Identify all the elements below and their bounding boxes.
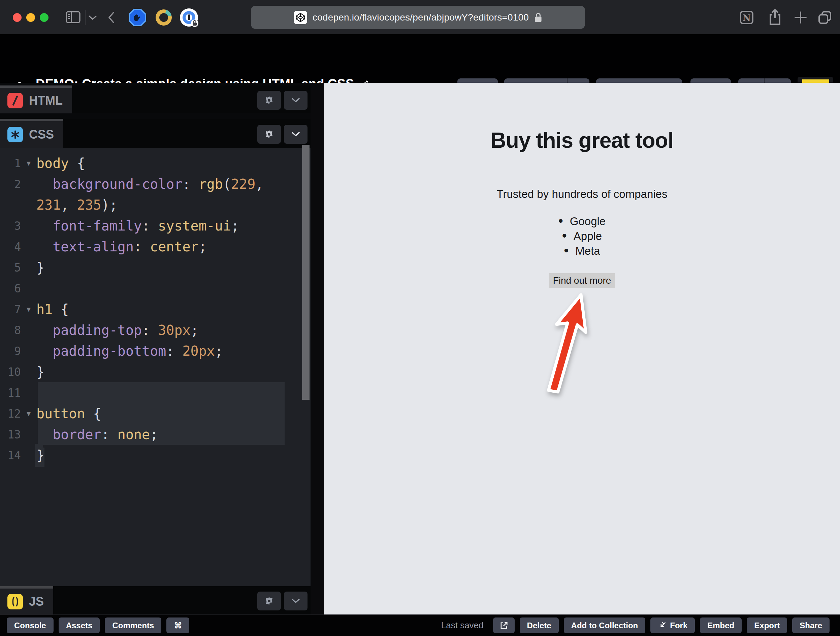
code-line[interactable]: 11	[0, 382, 311, 403]
css-collapse-button[interactable]	[284, 125, 308, 144]
css-panel-header: CSS	[0, 119, 311, 148]
js-collapse-button[interactable]	[284, 592, 308, 611]
back-button[interactable]	[107, 11, 115, 24]
footer-left-buttons: ConsoleAssetsComments⌘	[7, 617, 194, 633]
company-list: GoogleAppleMeta	[324, 214, 840, 258]
find-out-more-button[interactable]: Find out more	[549, 273, 615, 288]
password-manager-extension-icon[interactable]	[180, 8, 198, 27]
editor-scrollbar[interactable]	[302, 145, 309, 400]
gear-icon	[264, 95, 274, 105]
adblocker-extension-icon[interactable]	[129, 9, 146, 26]
js-settings-button[interactable]	[257, 592, 281, 611]
footer-button[interactable]: Share	[792, 617, 830, 633]
html-settings-button[interactable]	[257, 91, 281, 110]
codepen-favicon	[294, 11, 307, 24]
external-link-icon	[499, 621, 508, 630]
css-code-editor[interactable]: 1▾body {2 background-color: rgb(229,231,…	[0, 148, 311, 586]
html-icon	[8, 93, 23, 109]
css-icon	[8, 127, 23, 142]
code-line[interactable]: 2 background-color: rgb(229,	[0, 174, 311, 195]
code-line[interactable]: 4 text-align: center;	[0, 236, 311, 257]
tab-html-label: HTML	[29, 94, 63, 108]
code-line[interactable]: 10}	[0, 361, 311, 382]
footer-button[interactable]: ⌘	[166, 617, 189, 633]
footer-bar: ConsoleAssetsComments⌘ Last saved Delete…	[0, 614, 840, 636]
open-in-new-window-button[interactable]	[493, 617, 515, 633]
fork-icon	[658, 621, 666, 630]
html-panel-header: HTML	[0, 85, 311, 113]
toolbar-divider	[85, 10, 85, 25]
company-list-item: Meta	[324, 244, 840, 258]
window-close-button[interactable]	[13, 13, 22, 22]
footer-button[interactable]: Assets	[58, 617, 100, 633]
footer-button[interactable]: Embed	[700, 617, 742, 633]
tab-css[interactable]: CSS	[0, 119, 63, 148]
company-list-item: Apple	[324, 229, 840, 244]
tab-overview-icon[interactable]	[817, 9, 833, 25]
last-saved-status: Last saved	[441, 620, 484, 631]
address-bar[interactable]: codepen.io/flaviocopes/pen/abjpowY?edito…	[251, 6, 585, 29]
footer-button[interactable]: Fork	[651, 617, 695, 633]
code-line[interactable]: 6	[0, 278, 311, 299]
footer-right-cluster: Last saved Delete Add to Collection	[441, 617, 835, 633]
sidebar-toggle-icon[interactable]	[65, 10, 81, 24]
footer-button[interactable]: Add to Collection	[564, 617, 646, 633]
css-settings-button[interactable]	[257, 125, 281, 144]
code-line[interactable]: 7▾h1 {	[0, 299, 311, 320]
screenshot-root: codepen.io/flaviocopes/pen/abjpowY?edito…	[0, 0, 840, 636]
browser-toolbar: codepen.io/flaviocopes/pen/abjpowY?edito…	[0, 0, 840, 35]
panel-resize-gutter[interactable]	[311, 83, 324, 614]
js-icon	[8, 594, 23, 609]
code-line[interactable]: 8 padding-top: 30px;	[0, 320, 311, 340]
footer-button[interactable]: Export	[747, 617, 787, 633]
lock-icon	[534, 12, 542, 23]
company-list-item: Google	[324, 214, 840, 229]
share-icon[interactable]	[767, 8, 783, 26]
window-zoom-button[interactable]	[40, 13, 49, 22]
footer-button[interactable]: Comments	[105, 617, 161, 633]
red-arrow-annotation	[537, 290, 593, 397]
code-line[interactable]: 9 padding-bottom: 20px;	[0, 340, 311, 361]
editor-column: HTML CSS 1▾body {2 ba	[0, 83, 311, 614]
tab-css-label: CSS	[29, 128, 54, 142]
footer-button[interactable]: Console	[7, 617, 54, 633]
html-collapse-button[interactable]	[284, 91, 308, 110]
footer-right-buttons: Delete Add to Collection Fork	[520, 617, 835, 633]
new-tab-icon[interactable]	[794, 11, 807, 24]
code-line[interactable]: 3 font-family: system-ui;	[0, 216, 311, 236]
code-line[interactable]: 14}	[0, 445, 311, 466]
gear-icon	[264, 129, 274, 139]
notion-extension-icon[interactable]: N	[739, 9, 755, 25]
code-line[interactable]: 1▾body {	[0, 153, 311, 174]
css-code-lines: 1▾body {2 background-color: rgb(229,231,…	[0, 153, 311, 466]
preview-pane: Buy this great tool Trusted by hundreds …	[324, 83, 840, 614]
footer-button[interactable]: Delete	[520, 617, 559, 633]
chevron-down-icon	[291, 598, 300, 604]
preview-subtitle: Trusted by hundreds of companies	[324, 188, 840, 201]
window-minimize-button[interactable]	[26, 13, 35, 22]
tab-js-label: JS	[29, 595, 44, 609]
svg-text:N: N	[743, 13, 751, 23]
code-line[interactable]: 231, 235);	[0, 195, 311, 216]
donut-chart-extension-icon[interactable]	[156, 9, 172, 25]
gear-icon	[264, 596, 274, 606]
code-line[interactable]: 5}	[0, 257, 311, 278]
tab-js[interactable]: JS	[0, 586, 53, 614]
sidebar-chevron-down-icon[interactable]	[88, 15, 97, 20]
chevron-down-icon	[291, 132, 300, 137]
codepen-header: DEMO: Create a simple design using HTML …	[0, 35, 840, 83]
js-panel-header: JS	[0, 586, 311, 614]
preview-heading: Buy this great tool	[324, 128, 840, 153]
code-line[interactable]: 12▾button {	[0, 403, 311, 424]
tab-html[interactable]: HTML	[0, 85, 72, 113]
chevron-down-icon	[291, 98, 300, 103]
code-line[interactable]: 13 border: none;	[0, 424, 311, 445]
url-text: codepen.io/flaviocopes/pen/abjpowY?edito…	[313, 12, 529, 23]
